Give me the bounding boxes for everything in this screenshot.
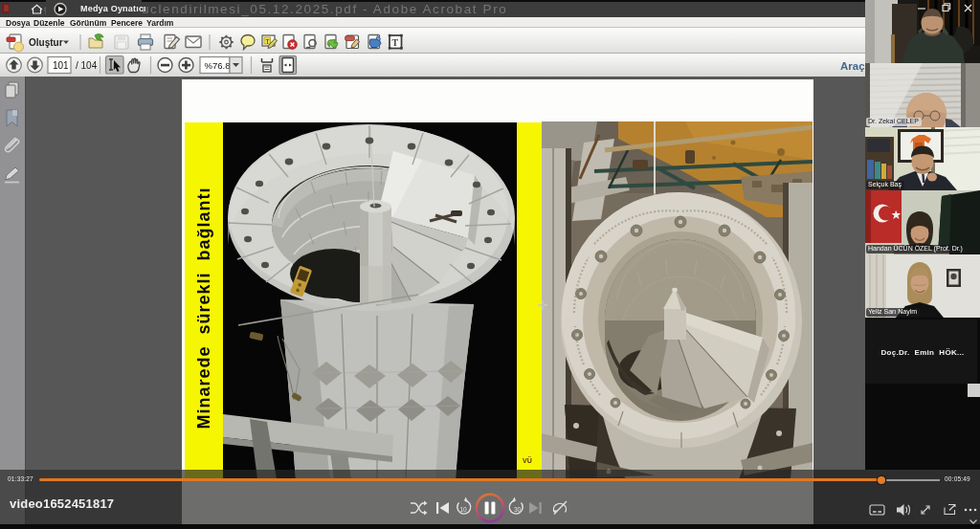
svg-text:10: 10 xyxy=(460,506,468,513)
svg-text:/ 104: / 104 xyxy=(76,60,98,71)
svg-text:T: T xyxy=(266,38,270,45)
svg-text:Oluştur: Oluştur xyxy=(29,37,63,48)
svg-text:T: T xyxy=(392,37,399,48)
svg-text:101: 101 xyxy=(53,60,69,71)
svg-text:Araçl: Araçl xyxy=(840,60,866,72)
svg-text:30: 30 xyxy=(514,506,522,513)
svg-text:%76.8: %76.8 xyxy=(205,60,231,71)
